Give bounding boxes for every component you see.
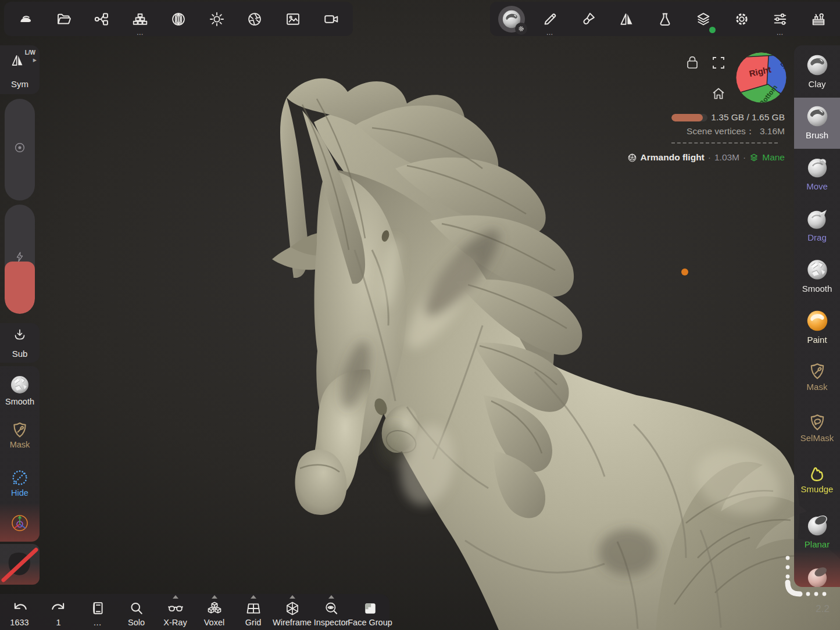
toolbox-icon[interactable] <box>802 3 835 35</box>
sym-button[interactable]: Sym <box>0 79 40 89</box>
quick-smooth-button[interactable]: Smooth <box>0 373 40 406</box>
top-left-toolbar: … <box>4 2 353 36</box>
smooth-rock-icon <box>804 256 831 283</box>
wireframe-caret-icon[interactable] <box>289 595 295 599</box>
radius-dot-icon <box>13 141 26 154</box>
tool-drag[interactable]: Drag <box>794 200 840 251</box>
lighting-sun-icon[interactable] <box>200 3 234 35</box>
topology-icon[interactable]: … <box>123 3 157 35</box>
wireframe-hexagon-icon <box>284 600 301 617</box>
tool-mask-label: Mask <box>794 382 840 392</box>
tweaks-sliders-icon[interactable]: … <box>763 3 797 35</box>
separator-dot: · <box>708 152 711 163</box>
voxel-caret-icon[interactable] <box>212 595 217 599</box>
bottom-toolbar: 1633 1 … Solo X-Ray Voxel Grid Wireframe… <box>0 594 389 630</box>
nomad-logo-icon[interactable] <box>9 3 42 35</box>
quick-smooth-label: Smooth <box>0 397 40 406</box>
layer-icon <box>749 153 759 162</box>
object-vertex-count: 1.03M <box>714 152 739 163</box>
undo-arrow-icon <box>11 602 28 617</box>
object-name: Armando flight <box>641 152 705 163</box>
experimental-flask-icon[interactable] <box>648 3 682 35</box>
camera-icon[interactable] <box>314 3 348 35</box>
xray-caret-icon[interactable] <box>173 595 178 599</box>
inspector-button[interactable]: Inspector <box>312 594 351 630</box>
tool-paint[interactable]: Paint <box>794 302 840 353</box>
tool-paint-label: Paint <box>794 335 840 345</box>
selected-object-row[interactable]: Armando flight · 1.03M · Mane <box>581 152 785 163</box>
no-alpha-icon[interactable] <box>0 544 40 585</box>
material-gear-badge-icon <box>515 23 527 35</box>
wireframe-button[interactable]: Wireframe <box>273 594 312 630</box>
background-image-icon[interactable] <box>276 3 310 35</box>
brush-palette-panel: Clay Brush Move Drag Smooth Paint Mask S… <box>794 45 840 587</box>
xray-button[interactable]: X-Ray <box>156 594 195 630</box>
tool-mask[interactable]: Mask <box>794 353 840 405</box>
tool-selmask[interactable]: SelMask <box>794 405 840 456</box>
files-folder-icon[interactable] <box>47 3 81 35</box>
layers-icon[interactable] <box>687 3 720 35</box>
tool-move[interactable]: Move <box>794 149 840 200</box>
subdivide-icon[interactable] <box>13 328 27 342</box>
planar-sphere-icon <box>804 512 831 539</box>
quick-mask-label: Mask <box>0 440 40 449</box>
panel-resize-handle[interactable] <box>779 550 832 600</box>
fullscreen-icon[interactable] <box>713 58 724 68</box>
radius-slider[interactable] <box>5 99 35 201</box>
grid-button[interactable]: Grid <box>234 594 273 630</box>
tool-brush[interactable]: Brush <box>794 98 840 149</box>
redo-arrow-icon <box>50 602 67 617</box>
material-sphere-icon[interactable] <box>495 3 528 35</box>
stroke-cursor-dot <box>681 269 688 275</box>
sym-expand-arrow-icon[interactable]: ▶ <box>33 58 37 63</box>
lightning-icon <box>14 251 26 263</box>
facegroup-label: Face Group <box>348 618 392 627</box>
voxel-label: Voxel <box>204 618 224 627</box>
redo-button[interactable]: 1 <box>39 594 78 630</box>
sub-button[interactable]: Sub <box>0 349 40 359</box>
stroke-pencil-icon[interactable]: … <box>533 3 567 35</box>
tweaks-more-dots: … <box>777 30 784 35</box>
solo-button[interactable]: Solo <box>117 594 156 630</box>
postprocess-aperture-icon[interactable] <box>238 3 271 35</box>
history-label: … <box>93 618 102 627</box>
tool-selmask-label: SelMask <box>794 433 840 443</box>
quick-hide-button[interactable]: Hide <box>0 468 40 497</box>
undo-button[interactable]: 1633 <box>0 594 39 630</box>
lock-icon[interactable] <box>688 57 697 68</box>
tool-smooth[interactable]: Smooth <box>794 251 840 302</box>
tool-clay[interactable]: Clay <box>794 46 840 98</box>
selmask-shield-icon <box>807 413 827 432</box>
layer-name: Mane <box>762 152 785 163</box>
facegroup-button[interactable]: Face Group <box>351 594 389 630</box>
symmetry-icon[interactable] <box>10 53 25 68</box>
smooth-rock-icon <box>8 373 31 396</box>
left-quick-tools-panel: Smooth Mask Hide <box>0 366 40 542</box>
home-icon[interactable] <box>712 87 725 100</box>
material-globe-icon[interactable] <box>162 3 195 35</box>
xray-label: X-Ray <box>163 618 187 627</box>
tool-smooth-label: Smooth <box>794 284 840 293</box>
move-sphere-icon <box>804 154 831 181</box>
paint-brush-icon[interactable] <box>571 3 605 35</box>
solo-label: Solo <box>128 618 145 627</box>
drag-sphere-icon <box>804 205 831 232</box>
brush-sphere-icon <box>804 103 831 130</box>
transform-gizmo-icon <box>10 513 30 533</box>
tool-smudge[interactable]: Smudge <box>794 456 840 507</box>
grid-caret-icon[interactable] <box>251 595 256 599</box>
orientation-navball[interactable]: Right Back Bottom <box>735 52 787 103</box>
symmetry-mirror-icon[interactable] <box>610 3 644 35</box>
quick-mask-button[interactable]: Mask <box>0 421 40 449</box>
intensity-slider[interactable] <box>5 205 35 314</box>
xray-glasses-icon <box>167 600 184 617</box>
undo-count: 1633 <box>10 618 28 627</box>
scene-graph-icon[interactable] <box>85 3 119 35</box>
history-button[interactable]: … <box>78 594 117 630</box>
gizmo-button[interactable] <box>10 513 30 533</box>
app-version: 2.2 <box>816 603 830 615</box>
inspector-caret-icon[interactable] <box>328 595 334 599</box>
settings-gear-icon[interactable] <box>725 3 759 35</box>
hud-divider <box>671 142 778 144</box>
voxel-button[interactable]: Voxel <box>195 594 234 630</box>
